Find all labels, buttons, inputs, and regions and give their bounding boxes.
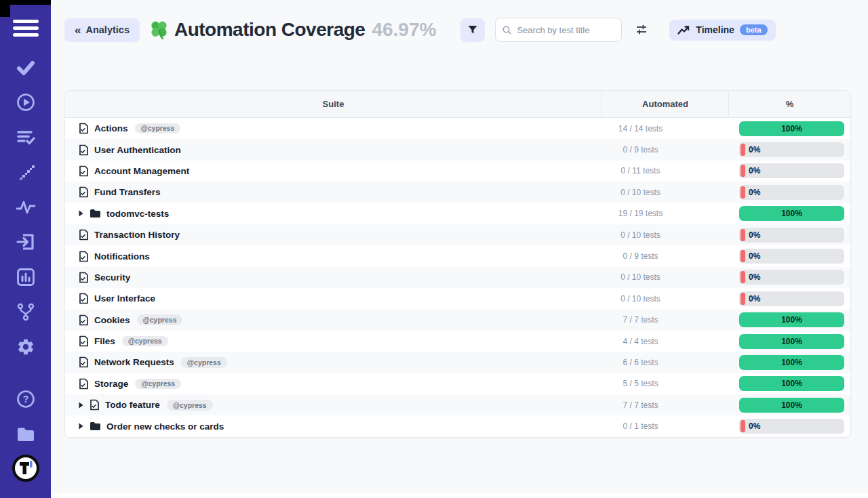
- expand-caret[interactable]: [79, 423, 83, 430]
- main-content: « Analytics Automation Coverage 46.97% T…: [51, 0, 868, 498]
- table-row[interactable]: Fund Transfers0 / 10 tests0%: [65, 182, 850, 203]
- suite-name[interactable]: Notifications: [94, 251, 150, 262]
- expand-caret[interactable]: [79, 210, 83, 217]
- suite-name[interactable]: Files: [94, 336, 115, 346]
- table-row[interactable]: Todo feature@cypress7 / 7 tests100%: [65, 394, 850, 415]
- help-icon: ?: [16, 390, 35, 409]
- suite-tag[interactable]: @cypress: [135, 379, 181, 390]
- timeline-label: Timeline: [696, 24, 734, 35]
- table-row[interactable]: todomvc-tests19 / 19 tests100%: [65, 203, 850, 224]
- suite-name[interactable]: User Interface: [94, 293, 155, 304]
- percent-cell: 0%: [728, 163, 850, 178]
- suite-tag[interactable]: @cypress: [167, 400, 213, 411]
- suite-tag[interactable]: @cypress: [137, 314, 183, 325]
- suite-tag[interactable]: @cypress: [135, 123, 181, 134]
- expand-caret[interactable]: [79, 402, 83, 409]
- percent-cell: 100%: [728, 398, 850, 413]
- coverage-bar: 100%: [739, 312, 844, 327]
- sidebar-nav: [0, 50, 51, 365]
- sidebar-item-steps[interactable]: [0, 155, 51, 190]
- coverage-percent-label: 100%: [739, 376, 844, 391]
- table-row[interactable]: Cookies@cypress7 / 7 tests100%: [65, 310, 850, 331]
- menu-icon[interactable]: [13, 16, 39, 39]
- file-check-icon: [79, 356, 89, 368]
- coverage-bar-sliver: [741, 271, 745, 283]
- screen-corner: [0, 0, 10, 17]
- sidebar-item-settings[interactable]: [0, 329, 51, 365]
- automated-count: 0 / 10 tests: [601, 230, 728, 240]
- suite-cell: Cookies@cypress: [65, 314, 601, 326]
- table-row[interactable]: Network Requests@cypress6 / 6 tests100%: [65, 352, 850, 373]
- suite-name[interactable]: Fund Transfers: [94, 187, 161, 197]
- file-check-icon: [79, 272, 89, 283]
- import-icon: [16, 233, 35, 251]
- table-row[interactable]: Transaction History0 / 10 tests0%: [65, 224, 850, 245]
- suite-tag[interactable]: @cypress: [181, 357, 227, 368]
- automated-count: 0 / 9 tests: [601, 145, 728, 154]
- coverage-bar: 100%: [739, 398, 844, 413]
- suite-cell: User Interface: [65, 293, 601, 304]
- table-row[interactable]: User Interface0 / 10 tests0%: [65, 288, 850, 309]
- coverage-percent-label: 100%: [739, 398, 844, 413]
- bar-chart-icon: [16, 268, 35, 287]
- sidebar-item-analytics[interactable]: [0, 260, 51, 295]
- percent-cell: 0%: [728, 291, 850, 306]
- coverage-bar-sliver: [741, 293, 745, 305]
- sidebar-item-import[interactable]: [0, 225, 51, 260]
- table-row[interactable]: Account Management0 / 11 tests0%: [65, 161, 850, 182]
- coverage-percent-label: 100%: [739, 121, 844, 136]
- suite-name[interactable]: Order new checks or cards: [106, 421, 224, 432]
- suite-name[interactable]: Actions: [94, 123, 128, 133]
- coverage-percent-label: 0%: [749, 142, 760, 157]
- coverage-bar-sliver: [741, 186, 745, 199]
- percent-cell: 0%: [728, 228, 850, 243]
- table-row[interactable]: Storage@cypress5 / 5 tests100%: [65, 373, 850, 394]
- suite-name[interactable]: todomvc-tests: [106, 209, 169, 219]
- suite-cell: Account Management: [65, 165, 601, 177]
- sidebar-bottom: ?: [0, 381, 51, 498]
- sidebar: ?: [0, 0, 51, 498]
- timeline-button[interactable]: Timeline beta: [669, 20, 775, 41]
- percent-cell: 0%: [728, 270, 850, 285]
- sidebar-item-branches[interactable]: [0, 295, 51, 330]
- coverage-bar: 0%: [739, 291, 844, 306]
- sidebar-item-test-plans[interactable]: [0, 120, 51, 155]
- back-analytics-button[interactable]: « Analytics: [64, 18, 140, 42]
- file-check-icon: [79, 165, 89, 177]
- advanced-filters-button[interactable]: [631, 20, 652, 40]
- search-input[interactable]: [517, 25, 614, 35]
- suite-name[interactable]: User Authentication: [94, 145, 181, 155]
- table-row[interactable]: Files@cypress4 / 4 tests100%: [65, 331, 850, 352]
- coverage-percent: 46.97%: [372, 19, 436, 41]
- suite-tag[interactable]: @cypress: [122, 336, 168, 347]
- suite-cell: Fund Transfers: [65, 186, 601, 198]
- filter-button[interactable]: [460, 18, 485, 42]
- suite-name[interactable]: Transaction History: [94, 230, 180, 240]
- suite-name[interactable]: Security: [94, 272, 130, 283]
- column-header-automated: Automated: [601, 91, 728, 117]
- sidebar-item-pulse[interactable]: [0, 190, 51, 225]
- suite-name[interactable]: Account Management: [94, 166, 189, 176]
- topbar: « Analytics Automation Coverage 46.97% T…: [64, 18, 851, 42]
- app-logo[interactable]: [0, 452, 51, 484]
- percent-cell: 0%: [728, 419, 850, 434]
- sidebar-item-runs[interactable]: [0, 85, 51, 121]
- file-check-icon: [79, 378, 89, 390]
- sidebar-item-tests[interactable]: [0, 50, 51, 85]
- coverage-percent-label: 0%: [749, 249, 760, 264]
- coverage-percent-label: 100%: [739, 206, 844, 221]
- suite-name[interactable]: Cookies: [94, 315, 130, 325]
- table-body: Actions@cypress14 / 14 tests100%User Aut…: [65, 118, 850, 437]
- table-row[interactable]: Actions@cypress14 / 14 tests100%: [65, 118, 850, 139]
- table-row[interactable]: User Authentication0 / 9 tests0%: [65, 139, 850, 160]
- suite-name[interactable]: Todo feature: [105, 400, 160, 410]
- table-row[interactable]: Notifications0 / 9 tests0%: [65, 245, 850, 266]
- suite-name[interactable]: Storage: [94, 379, 128, 389]
- table-row[interactable]: Order new checks or cards0 / 1 tests0%: [65, 415, 850, 436]
- suite-name[interactable]: Network Requests: [94, 357, 174, 367]
- check-icon: [16, 60, 35, 76]
- sidebar-item-projects[interactable]: [0, 417, 51, 452]
- table-row[interactable]: Security0 / 10 tests0%: [65, 267, 850, 288]
- sidebar-item-help[interactable]: ?: [0, 381, 51, 417]
- suite-cell: Storage@cypress: [65, 378, 601, 390]
